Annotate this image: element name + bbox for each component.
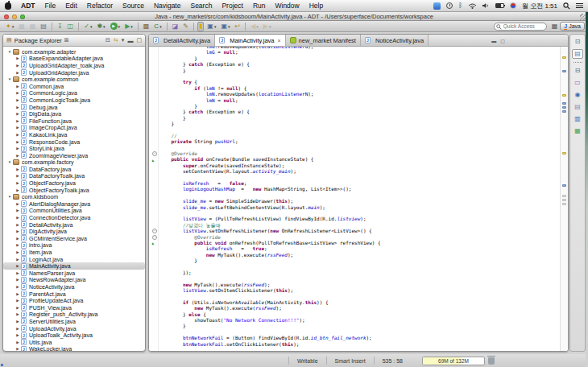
collapse-arrow-icon[interactable]: ▼ — [6, 77, 13, 81]
fold-ruler[interactable]: −▲−−▲ — [149, 47, 159, 351]
restore-pane-icon[interactable]: ⊡ — [572, 37, 583, 47]
code-line[interactable]: listView.setOnItemClickListener(this); — [159, 287, 559, 293]
last-edit-location-button[interactable]: ↩ — [233, 22, 242, 31]
declaration-view-icon[interactable]: ▥ — [572, 114, 583, 124]
tree-file-DataFactoryToalk.java[interactable]: ▶JDataFactoryToalk.java — [3, 173, 145, 180]
maximize-view-icon[interactable]: ▢ — [136, 37, 142, 43]
tree-file-StoryLink.java[interactable]: ▶JStoryLink.java — [3, 145, 145, 152]
new-test-dropdown-button[interactable]: ✓▾ — [82, 22, 93, 31]
menu-navigate[interactable]: Navigate — [154, 2, 181, 10]
collapse-arrow-icon[interactable]: ▼ — [6, 160, 13, 164]
code-line[interactable] — [159, 73, 559, 79]
overview-marker[interactable] — [562, 102, 566, 105]
code-line[interactable]: lmG = null; — [159, 49, 559, 55]
expand-arrow-icon[interactable]: ▶ — [14, 292, 21, 296]
code-line[interactable]: isRefresh = false; — [159, 180, 559, 186]
expand-arrow-icon[interactable]: ▶ — [14, 229, 21, 233]
bluetooth-icon[interactable]: ᛒ — [458, 2, 462, 9]
code-line[interactable]: } catch (Exception e) { — [159, 109, 559, 114]
code-line[interactable] — [159, 175, 559, 180]
expand-arrow-icon[interactable]: ▶ — [14, 320, 21, 324]
avd-manager-button[interactable]: ◫ — [66, 22, 76, 31]
code-line[interactable]: } — [159, 115, 559, 121]
expand-arrow-icon[interactable]: ▶ — [14, 119, 21, 123]
close-window-button[interactable] — [4, 14, 9, 19]
apple-menu-icon[interactable] — [5, 2, 11, 10]
overview-marker[interactable] — [562, 110, 566, 113]
tree-file-DetailActivity.java[interactable]: ▶JDetailActivity.java — [3, 221, 145, 229]
tree-file-WakeLocker.java[interactable]: ▶JWakeLocker.java — [3, 346, 145, 351]
overview-marker[interactable] — [562, 70, 566, 72]
code-line[interactable] — [159, 275, 559, 281]
code-line[interactable]: public void onCreate(Bundle savedInstanc… — [159, 156, 559, 162]
code-line[interactable]: btnNetworkFail = (Button) findViewById(R… — [159, 335, 559, 340]
code-line[interactable]: } catch (Exception e) { — [159, 61, 559, 67]
close-view-icon[interactable]: ⊠ — [64, 37, 69, 43]
expand-arrow-icon[interactable]: ▶ — [14, 243, 21, 247]
expand-arrow-icon[interactable]: ▶ — [14, 181, 21, 185]
menu-edit[interactable]: Edit — [65, 2, 77, 10]
expand-arrow-icon[interactable]: ▶ — [14, 140, 21, 144]
view-menu-icon[interactable]: ▾ — [122, 37, 125, 43]
code-line[interactable]: lmN = null; — [159, 97, 559, 103]
tree-file-ObjectFactoryToalk.java[interactable]: ▶JObjectFactoryToalk.java — [3, 187, 145, 194]
expand-arrow-icon[interactable]: ▶ — [14, 237, 21, 241]
tree-file-UploadGridAdapter_toalk.java[interactable]: ▶JUploadGridAdapter_toalk.java — [3, 62, 145, 69]
expand-arrow-icon[interactable]: ▶ — [14, 312, 21, 316]
code-line[interactable]: @Override — [159, 151, 559, 156]
code-line[interactable] — [159, 145, 559, 151]
java-perspective-button[interactable]: J Java — [560, 22, 585, 31]
code-line[interactable]: listView = (PullToRefreshListView) findV… — [159, 216, 559, 221]
expand-arrow-icon[interactable]: ▶ — [14, 154, 21, 158]
tree-file-Item.java[interactable]: ▶JItem.java — [3, 249, 145, 256]
overview-marker[interactable] — [562, 195, 566, 197]
code-line[interactable]: slide_me = new SimpleSideDrawer(this); — [159, 198, 559, 204]
menu-refactor[interactable]: Refactor — [87, 2, 113, 10]
minimize-window-button[interactable] — [12, 14, 17, 19]
menu-help[interactable]: Help — [309, 2, 323, 10]
package-explorer-title[interactable]: Package Explorer — [14, 37, 62, 44]
expand-arrow-icon[interactable]: ▶ — [14, 258, 21, 262]
expand-arrow-icon[interactable]: ▶ — [14, 264, 21, 268]
code-line[interactable]: setContentView(R.layout.activity_main); — [159, 168, 559, 174]
code-line[interactable]: } — [159, 56, 559, 61]
tree-file-ParentAct.java[interactable]: ▶JParentAct.java — [3, 291, 145, 298]
spotlight-icon[interactable] — [563, 2, 570, 10]
window-title-bar[interactable]: Java - new_market/src/com/kidsboom/MainA… — [0, 12, 588, 21]
android-sdk-manager-button[interactable]: ↧ — [56, 22, 64, 31]
expand-arrow-icon[interactable]: ▶ — [14, 216, 21, 220]
code-line[interactable]: isRefresh = true; — [159, 245, 559, 251]
expand-arrow-icon[interactable]: ▶ — [14, 98, 21, 102]
code-line[interactable]: btnNetworkFail.setOnClickListener(this); — [159, 341, 559, 347]
code-line[interactable]: } — [159, 68, 559, 73]
tree-file-Debug.java[interactable]: ▶JDebug.java — [3, 104, 145, 111]
expand-arrow-icon[interactable]: ▶ — [14, 285, 21, 289]
code-line[interactable]: new MyTask().execute(rssFeed); — [159, 252, 559, 258]
tree-file-GCMIntentService.java[interactable]: ▶JGCMIntentService.java — [3, 235, 145, 242]
expand-arrow-icon[interactable]: ▶ — [14, 333, 21, 337]
run-button[interactable]: ▶▾ — [109, 22, 122, 31]
code-line[interactable]: } else { — [159, 311, 559, 317]
expand-arrow-icon[interactable]: ▶ — [14, 340, 21, 344]
notification-center-icon[interactable] — [576, 2, 583, 9]
tree-file-FileFunction.java[interactable]: ▶JFileFunction.java — [3, 118, 145, 125]
expand-arrow-icon[interactable]: ▶ — [14, 133, 21, 137]
collapse-all-icon[interactable]: ⊟ — [106, 37, 110, 43]
overview-marker[interactable] — [562, 199, 566, 201]
restore-icon[interactable]: ⊟ — [572, 66, 583, 76]
new-wizard-button[interactable]: ✦▾ — [4, 22, 15, 31]
tree-file-ImageCropAct.java[interactable]: ▶JImageCropAct.java — [3, 125, 145, 132]
expand-arrow-icon[interactable]: ▶ — [14, 278, 21, 282]
open-perspective-icon[interactable]: ▦ — [552, 23, 558, 30]
new-java-project-button[interactable]: ▩ — [142, 22, 151, 31]
menu-file[interactable]: File — [44, 2, 56, 10]
fold-marker-icon[interactable]: − — [152, 229, 157, 233]
menubar-clock[interactable]: 월 오전 1:51 — [522, 2, 557, 10]
tree-file-DlgActivity.java[interactable]: ▶JDlgActivity.java — [3, 228, 145, 235]
app-indicator-icon[interactable] — [433, 2, 441, 10]
overview-marker[interactable] — [562, 203, 566, 205]
expand-arrow-icon[interactable]: ▶ — [14, 85, 21, 89]
code-line[interactable]: // — [159, 133, 559, 138]
mark-occurrences-button[interactable]: ▮ — [197, 22, 204, 31]
korea-flag-icon[interactable] — [510, 2, 516, 9]
